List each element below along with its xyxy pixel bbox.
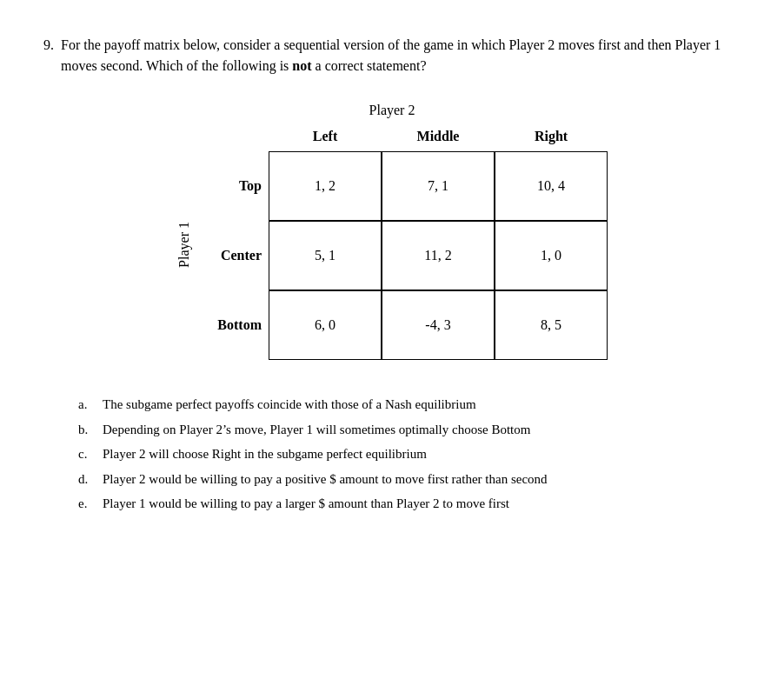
matrix-row-top: Top 1, 2 7, 1 10, 4 — [199, 151, 608, 221]
cell-bottom-right: 8, 5 — [495, 290, 608, 360]
col-header-right: Right — [495, 129, 608, 151]
answer-b-letter: b. — [78, 420, 96, 440]
player2-label: Player 2 — [369, 103, 415, 118]
column-headers: Left Middle Right — [269, 129, 608, 151]
matrix-table-wrapper: Left Middle Right Top 1, 2 7, 1 10, 4 Ce… — [199, 129, 608, 360]
cell-top-right: 10, 4 — [495, 151, 608, 221]
row-label-bottom: Bottom — [199, 317, 269, 333]
matrix-row-bottom: Bottom 6, 0 -4, 3 8, 5 — [199, 290, 608, 360]
answers-section: a. The subgame perfect payoffs coincide … — [43, 395, 741, 514]
cell-bottom-left: 6, 0 — [269, 290, 382, 360]
answer-a-text: The subgame perfect payoffs coincide wit… — [103, 395, 476, 415]
answer-d: d. Player 2 would be willing to pay a po… — [78, 469, 741, 489]
matrix-with-player1: Player 1 Left Middle Right Top 1, 2 7, 1… — [176, 129, 608, 360]
col-header-left: Left — [269, 129, 382, 151]
answer-d-letter: d. — [78, 469, 96, 489]
answer-c-text: Player 2 will choose Right in the subgam… — [103, 444, 427, 464]
col-header-middle: Middle — [382, 129, 495, 151]
answer-b: b. Depending on Player 2’s move, Player … — [78, 420, 741, 440]
player1-label: Player 1 — [176, 222, 192, 268]
question-number: 9. — [43, 35, 54, 77]
row-label-center: Center — [199, 248, 269, 263]
answer-e: e. Player 1 would be willing to pay a la… — [78, 494, 741, 514]
cell-top-left: 1, 2 — [269, 151, 382, 221]
player1-label-container: Player 1 — [176, 222, 192, 268]
answer-b-text: Depending on Player 2’s move, Player 1 w… — [103, 420, 530, 440]
answer-e-letter: e. — [78, 494, 96, 514]
row-label-top: Top — [199, 178, 269, 194]
answer-a: a. The subgame perfect payoffs coincide … — [78, 395, 741, 415]
answer-c-letter: c. — [78, 444, 96, 464]
cell-center-right: 1, 0 — [495, 221, 608, 290]
cell-top-middle: 7, 1 — [382, 151, 495, 221]
answer-e-text: Player 1 would be willing to pay a large… — [103, 494, 509, 514]
answer-a-letter: a. — [78, 395, 96, 415]
answer-d-text: Player 2 would be willing to pay a posit… — [103, 469, 548, 489]
question-text: 9. For the payoff matrix below, consider… — [43, 35, 741, 77]
cell-center-left: 5, 1 — [269, 221, 382, 290]
question-bold-text: not — [292, 58, 311, 73]
cell-bottom-middle: -4, 3 — [382, 290, 495, 360]
question-body: For the payoff matrix below, consider a … — [61, 35, 741, 77]
question-text-after-bold: a correct statement? — [312, 58, 427, 73]
cell-center-middle: 11, 2 — [382, 221, 495, 290]
matrix-row-center: Center 5, 1 11, 2 1, 0 — [199, 221, 608, 290]
matrix-container: Player 2 Player 1 Left Middle Right Top … — [43, 103, 741, 360]
answer-c: c. Player 2 will choose Right in the sub… — [78, 444, 741, 464]
matrix-rows: Top 1, 2 7, 1 10, 4 Center 5, 1 11, 2 1,… — [199, 151, 608, 360]
question-container: 9. For the payoff matrix below, consider… — [43, 35, 741, 514]
